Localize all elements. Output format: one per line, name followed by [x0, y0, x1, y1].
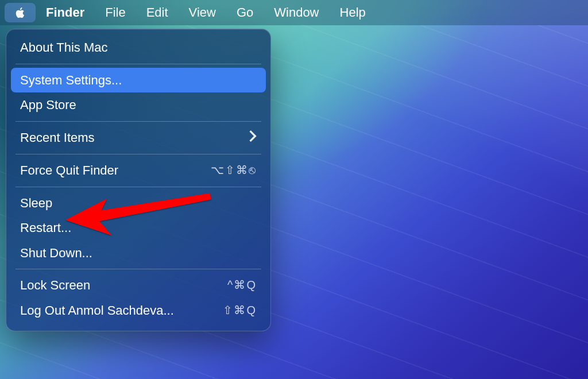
menu-about-this-mac[interactable]: About This Mac: [11, 35, 266, 60]
menu-system-settings[interactable]: System Settings...: [11, 68, 266, 93]
menu-separator: [16, 64, 261, 64]
menu-item-label: Recent Items: [20, 130, 95, 146]
menu-item-label: App Store: [20, 97, 76, 113]
menu-restart[interactable]: Restart...: [11, 215, 266, 241]
menu-item-label: System Settings...: [20, 72, 122, 88]
menubar: Finder File Edit View Go Window Help: [0, 0, 588, 25]
menu-item-label: Restart...: [20, 220, 71, 236]
menu-app-store[interactable]: App Store: [11, 92, 266, 118]
chevron-right-icon: [249, 130, 257, 146]
menubar-file[interactable]: File: [95, 2, 136, 24]
apple-logo-icon: [13, 5, 28, 20]
menubar-view[interactable]: View: [179, 2, 226, 24]
menu-separator: [16, 187, 261, 187]
menu-shortcut: ^⌘Q: [227, 278, 257, 292]
menu-item-label: Lock Screen: [20, 277, 90, 293]
menubar-help[interactable]: Help: [330, 2, 376, 24]
menu-item-label: Sleep: [20, 195, 52, 211]
menu-recent-items[interactable]: Recent Items: [11, 125, 266, 151]
menubar-edit[interactable]: Edit: [136, 2, 179, 24]
menubar-window[interactable]: Window: [264, 2, 329, 24]
menu-separator: [16, 121, 261, 122]
menu-item-label: Log Out Anmol Sachdeva...: [20, 303, 174, 319]
menu-force-quit[interactable]: Force Quit Finder ⌥⇧⌘⎋: [11, 158, 266, 183]
menu-sleep[interactable]: Sleep: [11, 191, 266, 216]
menu-lock-screen[interactable]: Lock Screen ^⌘Q: [11, 273, 266, 298]
menu-shortcut: ⌥⇧⌘⎋: [211, 163, 257, 177]
menu-shortcut: ⇧⌘Q: [223, 303, 257, 318]
menubar-go[interactable]: Go: [226, 2, 264, 24]
menu-item-label: Shut Down...: [20, 245, 92, 261]
menubar-app-name[interactable]: Finder: [36, 2, 95, 24]
menu-item-label: About This Mac: [20, 40, 107, 56]
menu-item-label: Force Quit Finder: [20, 163, 118, 179]
menu-separator: [16, 269, 261, 269]
menu-log-out[interactable]: Log Out Anmol Sachdeva... ⇧⌘Q: [11, 298, 266, 323]
apple-menu-dropdown: About This Mac System Settings... App St…: [6, 29, 271, 331]
apple-menu-button[interactable]: [5, 3, 36, 22]
menu-separator: [16, 154, 261, 154]
menu-shut-down[interactable]: Shut Down...: [11, 241, 266, 266]
